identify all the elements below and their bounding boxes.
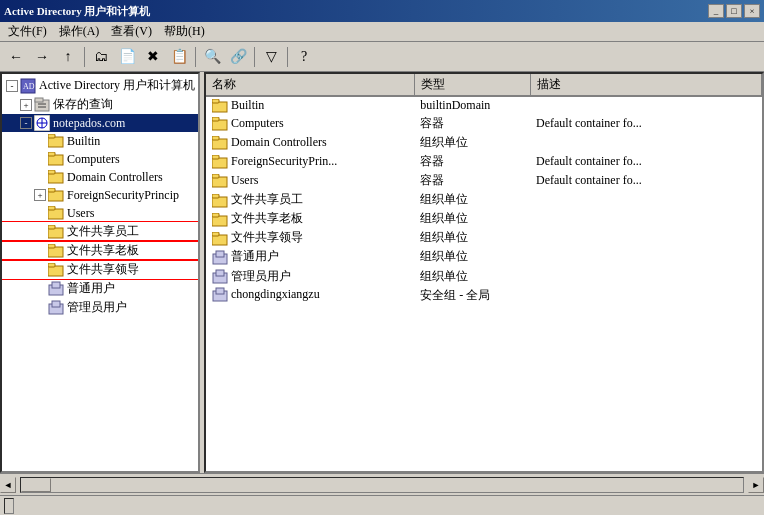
list-cell-desc-1: Default container fo... [530, 114, 761, 133]
tree-item-builtin[interactable]: Builtin [2, 132, 198, 150]
tree-item-foreign[interactable]: + ForeignSecurityPrincip [2, 186, 198, 204]
maximize-button[interactable]: □ [726, 4, 742, 18]
properties-button[interactable]: 📋 [167, 45, 191, 69]
tree-glyh-label: 管理员用户 [67, 299, 127, 316]
minimize-button[interactable]: _ [708, 4, 724, 18]
list-cell-type-6: 组织单位 [414, 209, 530, 228]
col-type[interactable]: 类型 [414, 74, 530, 96]
menu-file[interactable]: 文件(F) [2, 21, 53, 42]
expand-saved[interactable]: + [20, 99, 32, 111]
title-bar: Active Directory 用户和计算机 _ □ × [0, 0, 764, 22]
help-button[interactable]: ? [292, 45, 316, 69]
main-area: - AD Active Directory 用户和计算机 + 保存的查询 - [0, 72, 764, 473]
col-name[interactable]: 名称 [206, 74, 414, 96]
window-controls: _ □ × [708, 4, 760, 18]
tree-domain-label: notepados.com [53, 116, 125, 131]
list-row-0[interactable]: BuiltinbuiltinDomain [206, 96, 762, 114]
svg-rect-39 [212, 174, 219, 178]
tree-item-root[interactable]: - AD Active Directory 用户和计算机 [2, 76, 198, 95]
list-cell-desc-8 [530, 247, 761, 266]
tree-item-domain[interactable]: - notepados.com [2, 114, 198, 132]
scroll-right-btn[interactable]: ► [748, 477, 764, 493]
folder-builtin-icon [48, 133, 64, 149]
new-button[interactable]: 📄 [115, 45, 139, 69]
svg-rect-37 [212, 155, 219, 159]
scroll-thumb[interactable] [21, 478, 51, 492]
list-name-text-7: 文件共享领导 [231, 230, 303, 244]
folder-wjgld-icon [48, 262, 64, 278]
tree-item-ptyh[interactable]: 普通用户 [2, 279, 198, 298]
list-row-9[interactable]: 管理员用户组织单位 [206, 267, 762, 286]
h-scrollbar[interactable] [20, 477, 744, 493]
tree-saved-label: 保存的查询 [53, 96, 113, 113]
tree-item-wjgxy[interactable]: 文件共享员工 [2, 222, 198, 241]
up-button[interactable]: ↑ [56, 45, 80, 69]
group-ptyh-icon [48, 281, 64, 297]
expand-foreign[interactable]: + [34, 189, 46, 201]
list-pane[interactable]: 名称 类型 描述 BuiltinbuiltinDomainComputers容器… [204, 72, 764, 473]
folder-dc-icon [48, 169, 64, 185]
tree-item-users[interactable]: Users [2, 204, 198, 222]
tree-item-computers[interactable]: Computers [2, 150, 198, 168]
find-button[interactable]: 🔍 [200, 45, 224, 69]
list-row-8[interactable]: 普通用户组织单位 [206, 247, 762, 266]
svg-rect-23 [48, 244, 55, 248]
list-row-10[interactable]: chongdingxiangzu安全组 - 全局 [206, 286, 762, 305]
list-row-1[interactable]: Computers容器Default container fo... [206, 114, 762, 133]
svg-rect-19 [48, 206, 55, 210]
svg-rect-51 [216, 288, 224, 294]
tree-item-wjgld[interactable]: 文件共享领导 [2, 260, 198, 279]
tree-item-saved[interactable]: + 保存的查询 [2, 95, 198, 114]
col-desc[interactable]: 描述 [530, 74, 761, 96]
svg-rect-21 [48, 225, 55, 229]
list-cell-desc-2 [530, 133, 761, 152]
group-glyh-icon [48, 300, 64, 316]
list-cell-type-1: 容器 [414, 114, 530, 133]
status-bar [0, 495, 764, 515]
connect-button[interactable]: 🔗 [226, 45, 250, 69]
list-cell-desc-9 [530, 267, 761, 286]
svg-rect-49 [216, 270, 224, 276]
list-row-3[interactable]: ForeignSecurityPrin...容器Default containe… [206, 152, 762, 171]
list-cell-type-5: 组织单位 [414, 190, 530, 209]
scroll-left-btn[interactable]: ◄ [0, 477, 16, 493]
menu-view[interactable]: 查看(V) [105, 21, 158, 42]
list-cell-type-8: 组织单位 [414, 247, 530, 266]
tree-item-wjglb[interactable]: 文件共享老板 [2, 241, 198, 260]
scroll-area: ◄ ► [0, 473, 764, 495]
list-row-4[interactable]: Users容器Default container fo... [206, 171, 762, 190]
list-name-text-5: 文件共享员工 [231, 192, 303, 206]
toolbar-sep-1 [84, 47, 85, 67]
svg-text:AD: AD [23, 82, 35, 91]
list-row-7[interactable]: 文件共享领导组织单位 [206, 228, 762, 247]
svg-rect-25 [48, 263, 55, 267]
folder-wjgxy-icon [48, 224, 64, 240]
menu-help[interactable]: 帮助(H) [158, 21, 211, 42]
list-cell-desc-6 [530, 209, 761, 228]
list-cell-type-0: builtinDomain [414, 96, 530, 114]
close-button[interactable]: × [744, 4, 760, 18]
list-cell-name-9: 管理员用户 [206, 267, 414, 286]
svg-rect-33 [212, 117, 219, 121]
list-cell-desc-3: Default container fo... [530, 152, 761, 171]
back-button[interactable]: ← [4, 45, 28, 69]
filter-button[interactable]: ▽ [259, 45, 283, 69]
tree-item-dc[interactable]: Domain Controllers [2, 168, 198, 186]
expand-domain[interactable]: - [20, 117, 32, 129]
tree-item-glyh[interactable]: 管理员用户 [2, 298, 198, 317]
list-cell-desc-5 [530, 190, 761, 209]
list-cell-desc-7 [530, 228, 761, 247]
tree-pane[interactable]: - AD Active Directory 用户和计算机 + 保存的查询 - [0, 72, 200, 473]
list-name-text-1: Computers [231, 116, 284, 130]
list-row-2[interactable]: Domain Controllers组织单位 [206, 133, 762, 152]
menu-action[interactable]: 操作(A) [53, 21, 106, 42]
expand-root[interactable]: - [6, 80, 18, 92]
list-cell-name-6: 文件共享老板 [206, 209, 414, 228]
list-name-text-9: 管理员用户 [231, 269, 291, 283]
delete-button[interactable]: ✖ [141, 45, 165, 69]
list-row-6[interactable]: 文件共享老板组织单位 [206, 209, 762, 228]
list-row-5[interactable]: 文件共享员工组织单位 [206, 190, 762, 209]
list-cell-name-4: Users [206, 171, 414, 190]
show-hide-button[interactable]: 🗂 [89, 45, 113, 69]
forward-button[interactable]: → [30, 45, 54, 69]
